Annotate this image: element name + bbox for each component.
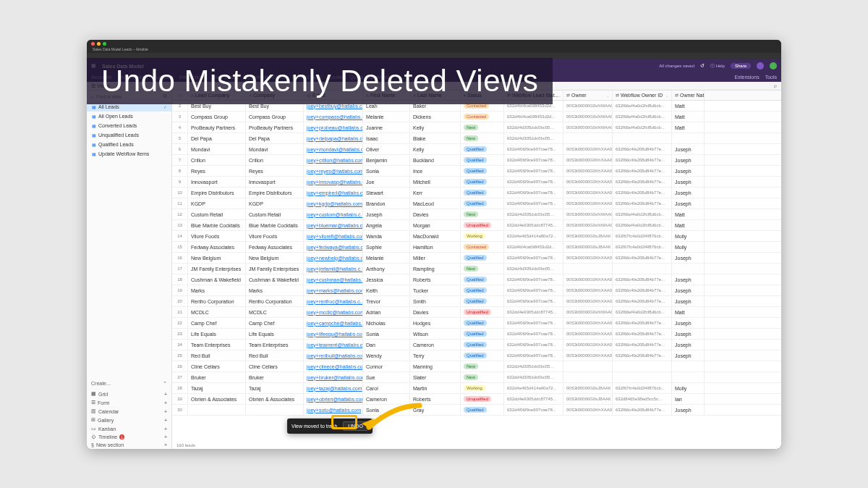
cell-webflow-owner-id[interactable]: 632f66c4fa208d84b77e... [613,198,672,209]
notifications-icon[interactable] [757,62,764,70]
cell-status[interactable]: Qualified [461,405,504,415]
cell-status[interactable]: Qualified [461,198,504,209]
cell-first-name[interactable]: Brandon [363,198,410,209]
table-row[interactable]: 25 Red Bull Red Bull joey+redbull@hatlab… [172,350,781,361]
cell-last-name[interactable]: Hamilton [410,242,461,252]
cell-last-name[interactable]: Buckland [410,155,461,165]
cell-webflow-lead-status[interactable]: 632d4fd4ca698453d2d... [504,112,563,122]
cell-status[interactable]: Unqualified [461,220,504,230]
cell-email[interactable]: joey+mondavi@hatlabs.c... [304,144,363,154]
cell-email[interactable]: joey+compass@hatlabs.c... [304,112,363,122]
cell-first-name[interactable]: Sonia [363,329,410,339]
cell-email[interactable]: joey+empired@hatlabs.c... [304,188,363,198]
minimize-window-icon[interactable] [97,42,101,46]
cell-owner[interactable]: 00S3t00000G0KhXAA0 [563,285,613,295]
table-row[interactable]: 7 Crillon Crillon joey+crillon@hatlabs.c… [172,155,781,166]
cell-lead-company[interactable]: Life Equals [188,329,246,339]
create-calendar[interactable]: ▥Calendar+ [87,407,171,416]
cell-owner-name[interactable]: Joseph [672,188,705,198]
cell-last-name[interactable]: Roberts [410,274,461,285]
cell-owner[interactable]: 00S3t00000G0KhXAA0 [563,340,613,350]
cell-email[interactable]: joey+custom@hatlabs.c... [304,209,363,219]
cell-first-name[interactable]: Isaac [363,133,410,143]
cell-owner-name[interactable]: Joseph [672,144,705,154]
cell-last-name[interactable]: Martin [410,383,461,393]
cell-owner-name[interactable]: Joseph [672,274,705,285]
table-row[interactable]: 29 Obrien & Associates Obrien & Associat… [172,394,781,405]
share-button[interactable]: Share [731,63,751,69]
cell-owner-name[interactable] [672,372,705,382]
cell-webflow-lead-status[interactable]: 632dd4d305ddc0bc05... [504,372,563,382]
table-row[interactable]: 19 Marks Marks joey+marks@hatlabs.com Ke… [172,285,781,296]
cell-first-name[interactable]: Melanie [363,112,410,122]
cell-company[interactable]: Empire Distributors [246,188,304,198]
cell-first-name[interactable]: Wanda [363,231,410,241]
cell-status[interactable]: Unqualified [461,307,504,317]
plus-icon[interactable]: + [164,442,167,447]
cell-status[interactable]: Working [461,383,504,393]
cell-owner[interactable]: 00S3t00000G0KhXAA0 [563,274,613,285]
cell-webflow-lead-status[interactable]: 632d4f06f9ce907cae78... [504,350,563,361]
cell-status[interactable]: New [461,133,504,143]
cell-owner[interactable] [563,361,613,371]
cell-owner-name[interactable]: Molly [672,231,705,241]
cell-first-name[interactable]: Sue [363,372,410,382]
view-qualified-leads[interactable]: ▦Qualified Leads [87,140,171,149]
col-webflow-owner-id[interactable]: ⇄Webflow Owner ID⌄ [613,91,672,100]
cell-first-name[interactable]: Carol [363,383,410,393]
cell-first-name[interactable]: Jessica [363,274,410,285]
cell-email[interactable]: joey+probeau@hatlabs.c... [304,122,363,132]
cell-webflow-lead-status[interactable]: 632d4e465d414a80a72... [504,231,563,241]
cell-email[interactable]: joey+lifeequ@hatlabs.com [304,329,363,339]
cell-owner[interactable]: 00S3t00000G0KhXAA0 [563,188,613,198]
table-row[interactable]: 11 KGDP KGDP joey+kgdp@hatlabs.com Brand… [172,198,781,209]
cell-webflow-owner-id[interactable] [613,264,672,274]
cell-email[interactable]: joey+bruker@hatlabs.com [304,372,363,382]
cell-first-name[interactable]: Sophie [363,242,410,252]
cell-company[interactable]: Obrien & Associates [246,394,304,404]
cell-webflow-lead-status[interactable]: 632d4f06f9ce907cae78... [504,296,563,306]
cell-owner-name[interactable]: Joseph [672,253,705,263]
cell-owner[interactable]: 00S3t00000G0KhXAA0 [563,177,613,187]
cell-company[interactable]: Life Equals [246,329,304,339]
cell-first-name[interactable]: Oliver [363,144,410,154]
cell-last-name[interactable]: Tucker [410,285,461,295]
cell-webflow-owner-id[interactable]: 632d8465e38ed5cc5c... [613,394,672,404]
cell-owner-name[interactable]: Matt [672,101,705,111]
cell-last-name[interactable]: Gray [410,405,461,415]
table-row[interactable]: 14 Vilore Foods Vilore Foods joey+vilore… [172,231,781,242]
cell-owner[interactable] [563,133,613,143]
cell-first-name[interactable]: Keith [363,285,410,295]
cell-status[interactable]: Qualified [461,340,504,350]
cell-webflow-lead-status[interactable]: 632d4f06f9ce907cae78... [504,340,563,350]
view-update-webflow-items[interactable]: ▦Update Webflow Items [87,149,171,159]
table-row[interactable]: 4 ProBeauty Partners ProBeauty Partners … [172,122,781,133]
cell-lead-company[interactable]: JM Family Enterprises [188,264,246,274]
cell-company[interactable]: Red Bull [246,350,304,361]
cell-last-name[interactable]: Roberts [410,394,461,404]
cell-company[interactable]: Fedway Associates [246,242,304,252]
cell-owner-name[interactable]: Matt [672,307,705,317]
cell-owner[interactable]: 00S3t00000G0KhXAA0 [563,405,613,415]
cell-email[interactable]: joey+newbelg@hatlabs.c... [304,253,363,263]
cell-webflow-lead-status[interactable]: 632dd4d305ddc0bc05... [504,361,563,371]
cell-first-name[interactable]: Connor [363,361,410,371]
cell-lead-company[interactable]: Team Enterprises [188,340,246,350]
cell-webflow-owner-id[interactable]: 632f67fc4a0d2f4f876cb... [613,231,672,241]
cell-status[interactable]: Qualified [461,177,504,187]
cell-lead-company[interactable]: Innovasport [188,177,246,187]
cell-email[interactable]: joey+innovasp@hatlabs.c... [304,177,363,187]
cell-company[interactable]: Camp Chef [246,318,304,328]
cell-webflow-owner-id[interactable]: 632f66c4fa208d84b77e... [613,166,672,176]
table-row[interactable]: 22 Camp Chef Camp Chef joey+campche@hatl… [172,318,781,329]
cell-webflow-owner-id[interactable]: 632f66c4fa208d84b77e... [613,405,672,415]
cell-email[interactable]: joey+bluemar@hatlabs.c... [304,220,363,230]
cell-owner-name[interactable]: Matt [672,122,705,132]
cell-lead-company[interactable]: Red Bull [188,350,246,361]
cell-owner[interactable]: 00S3t00000G0sNWAA0 [563,101,613,111]
cell-status[interactable]: Qualified [461,274,504,285]
cell-lead-company[interactable]: MCDLC [188,307,246,317]
cell-last-name[interactable]: Ince [410,166,461,176]
close-window-icon[interactable] [91,42,95,46]
cell-lead-company[interactable] [188,405,246,415]
